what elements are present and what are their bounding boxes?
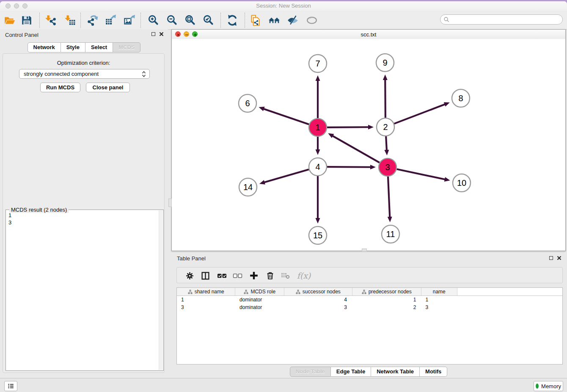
delete-table-button[interactable] — [279, 270, 292, 282]
table-cell[interactable]: 4 — [284, 296, 352, 304]
tab-network-table[interactable]: Network Table — [371, 367, 420, 377]
tab-node-table[interactable]: Node Table — [290, 367, 331, 377]
tab-style[interactable]: Style — [61, 42, 85, 52]
window-title: Session: New Session — [0, 3, 567, 9]
graph-node-10[interactable]: 10 — [453, 174, 471, 192]
network-overview-button[interactable] — [305, 14, 319, 27]
mcds-panel: Optimization criterion: strongly connect… — [3, 53, 165, 373]
node-table[interactable]: shared nameMCDS rolesuccessor nodesprede… — [176, 287, 563, 364]
delete-table-icon — [281, 272, 290, 279]
zoom-fit-button[interactable] — [183, 14, 197, 27]
graph-node-7[interactable]: 7 — [309, 55, 327, 72]
zoom-in-button[interactable] — [146, 14, 160, 27]
save-session-button[interactable] — [19, 14, 34, 27]
column-header-shared-name[interactable]: shared name — [177, 288, 235, 296]
splitter-grip-horizontal[interactable] — [362, 248, 367, 251]
graph-edge-1-2[interactable] — [327, 125, 374, 130]
export-network-button[interactable] — [85, 14, 100, 27]
splitter-grip-vertical[interactable] — [168, 199, 172, 207]
column-header-MCDS-role[interactable]: MCDS role — [235, 288, 284, 296]
overview-eye-icon — [306, 14, 318, 26]
toolbar-separator — [220, 13, 221, 28]
float-panel-icon[interactable] — [549, 256, 553, 260]
apply-layout-button[interactable] — [225, 14, 239, 27]
zoom-selected-button[interactable] — [201, 14, 215, 27]
network-canvas[interactable]: 7968124314101511 — [172, 39, 565, 251]
search-input[interactable] — [449, 16, 562, 23]
import-table-button[interactable] — [63, 14, 77, 27]
graph-node-6[interactable]: 6 — [239, 94, 256, 112]
toggle-graphics-details-button[interactable] — [286, 14, 300, 27]
graph-node-15[interactable]: 15 — [309, 226, 327, 244]
graph-edge-3-10[interactable] — [397, 169, 450, 182]
column-header-name[interactable]: name — [421, 288, 457, 296]
table-cell[interactable]: 3 — [284, 304, 352, 311]
graph-edge-2-9[interactable] — [383, 75, 388, 118]
column-header-successor-nodes[interactable]: successor nodes — [284, 288, 352, 296]
control-panel: Control Panel NetworkStyleSelectMCDS Opt… — [0, 29, 168, 377]
close-panel-button[interactable]: Close panel — [86, 83, 130, 92]
table-cell[interactable]: 3 — [177, 304, 235, 311]
graph-edge-1-6[interactable] — [259, 107, 309, 124]
plus-icon — [249, 271, 259, 280]
run-mcds-button[interactable]: Run MCDS — [40, 83, 80, 92]
graph-node-8[interactable]: 8 — [452, 89, 470, 107]
graph-edge-2-3[interactable] — [384, 136, 389, 155]
tab-edge-table[interactable]: Edge Table — [331, 367, 371, 377]
graph-edge-4-14[interactable] — [259, 169, 309, 185]
graph-edge-1-7[interactable] — [316, 75, 320, 118]
column-layout-button[interactable] — [199, 270, 212, 282]
table-cell[interactable]: 3 — [421, 304, 457, 311]
mcds-result-scrollbar[interactable] — [159, 210, 163, 370]
table-cell[interactable]: 1 — [352, 296, 421, 304]
open-session-button[interactable] — [3, 14, 17, 27]
graph-node-3[interactable]: 3 — [379, 158, 396, 176]
fx-icon: f(x) — [297, 271, 311, 280]
select-all-rows-button[interactable] — [215, 270, 228, 282]
table-cell[interactable]: 1 — [177, 296, 235, 304]
task-history-button[interactable] — [4, 381, 17, 391]
graph-node-1[interactable]: 1 — [309, 119, 327, 136]
graph-edge-4-15[interactable] — [316, 176, 320, 224]
export-table-button[interactable] — [104, 14, 118, 27]
deselect-all-rows-button[interactable] — [231, 270, 244, 282]
import-network-button[interactable] — [43, 14, 58, 27]
table-row[interactable]: 3dominator323 — [177, 304, 562, 311]
show-all-networks-button[interactable] — [267, 14, 281, 27]
zoom-out-button[interactable] — [165, 14, 179, 27]
graph-edge-3-11[interactable] — [388, 177, 392, 222]
column-header-predecessor-nodes[interactable]: predecessor nodes — [352, 288, 421, 296]
export-image-button[interactable] — [122, 14, 137, 27]
optimization-criterion-select[interactable]: strongly connected component — [19, 69, 150, 79]
graph-edge-2-8[interactable] — [394, 102, 450, 124]
tab-network[interactable]: Network — [28, 42, 61, 52]
graph-node-2[interactable]: 2 — [377, 118, 394, 136]
graph-node-11[interactable]: 11 — [382, 225, 399, 243]
table-row[interactable]: 1dominator411 — [177, 296, 562, 304]
close-panel-icon[interactable] — [557, 256, 561, 260]
graph-node-9[interactable]: 9 — [376, 54, 394, 72]
network-window-titlebar[interactable]: scc.txt — [172, 30, 565, 39]
duplicate-network-button[interactable] — [248, 14, 263, 27]
tab-motifs[interactable]: Motifs — [420, 367, 447, 377]
table-cell[interactable]: 2 — [352, 304, 421, 311]
memory-button[interactable]: Memory — [534, 381, 563, 391]
table-cell[interactable]: dominator — [235, 296, 284, 304]
search-box[interactable] — [440, 14, 563, 25]
tab-mcds[interactable]: MCDS — [113, 42, 140, 52]
apply-function-button[interactable]: f(x) — [295, 270, 312, 282]
table-cell[interactable]: dominator — [235, 304, 284, 311]
tab-select[interactable]: Select — [85, 42, 113, 52]
graph-node-14[interactable]: 14 — [239, 178, 257, 196]
float-panel-icon[interactable] — [151, 32, 155, 36]
add-column-button[interactable] — [248, 270, 260, 282]
mcds-result-text[interactable]: 13 — [6, 211, 159, 370]
table-settings-button[interactable] — [183, 270, 196, 282]
graph-edge-1-4[interactable] — [316, 137, 320, 155]
close-panel-icon[interactable] — [159, 32, 164, 36]
table-cell[interactable]: 1 — [421, 296, 457, 304]
graph-node-4[interactable]: 4 — [309, 158, 327, 176]
graph-edge-4-3[interactable] — [327, 165, 376, 169]
delete-column-button[interactable] — [264, 270, 276, 282]
graph-edge-3-1[interactable] — [328, 133, 380, 163]
